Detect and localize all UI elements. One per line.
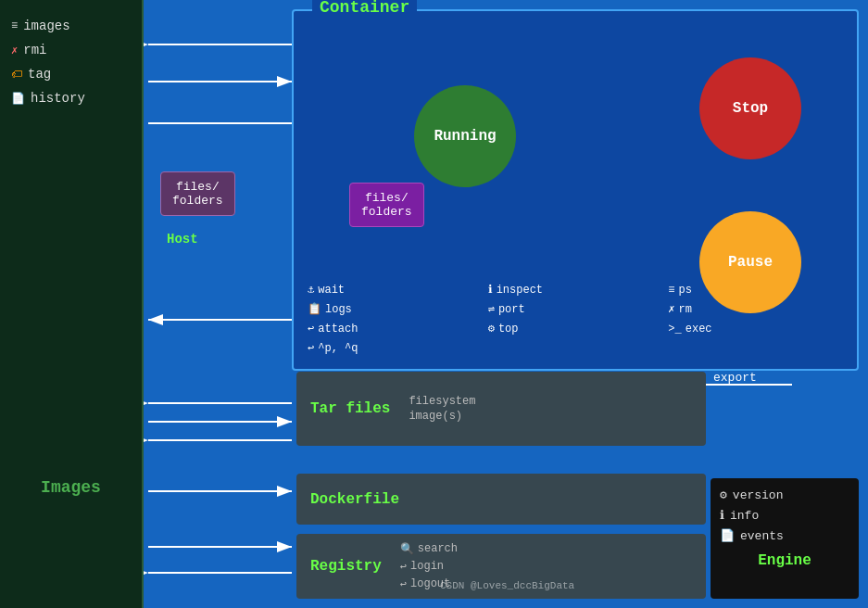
dockerfile-section: Dockerfile [296, 474, 706, 525]
files-folders-host: files/ folders [160, 171, 235, 216]
dockerfile-title: Dockerfile [310, 491, 399, 508]
info-item: ℹ info [720, 508, 849, 523]
container-title: Container [312, 0, 417, 17]
events-item: 📄 events [720, 528, 849, 543]
exec-cmd: >_ exec [668, 322, 843, 336]
container-section: Container Running Stop Pause files/ fold… [292, 9, 859, 371]
sidebar-item-tag[interactable]: 🏷 tag [11, 67, 131, 82]
attach-icon: ↩ [308, 322, 314, 336]
commands-area: ⚓ wait ℹ inspect ≡ ps 📋 logs ⇌ port [308, 283, 843, 355]
list-icon2: ≡ [668, 284, 674, 297]
ps-cmd: ≡ ps [668, 283, 843, 297]
sidebar-item-tag-label: tag [28, 67, 51, 82]
exec-icon: >_ [668, 323, 681, 336]
sidebar-item-images-label: images [23, 19, 69, 33]
info-circle-icon: ℹ [720, 508, 724, 523]
engine-box: ⚙ version ℹ info 📄 events Engine [711, 478, 859, 599]
svg-text:export: export [713, 371, 757, 385]
login-icon: ↩ [400, 560, 407, 574]
search-icon: 🔍 [400, 542, 414, 556]
tar-files-title: Tar files [310, 400, 390, 417]
version-item: ⚙ version [720, 488, 849, 502]
attach-cmd: ↩ attach [308, 322, 483, 336]
login-cmd: ↩ login [400, 560, 458, 574]
registry-title: Registry [310, 558, 382, 575]
sidebar-item-history[interactable]: 📄 history [11, 91, 131, 106]
rm-icon: ✗ [668, 302, 674, 316]
sidebar-item-rmi-label: rmi [23, 43, 46, 57]
main-container: ≡ images ✗ rmi 🏷 tag 📄 history Images [0, 0, 868, 608]
tag-icon: 🏷 [11, 68, 22, 82]
caret-icon: ↩ [308, 341, 314, 355]
port-cmd: ⇌ port [488, 302, 663, 316]
caret-pq-cmd: ↩ ^p, ^q [308, 341, 483, 355]
sidebar: ≡ images ✗ rmi 🏷 tag 📄 history Images [0, 0, 144, 608]
logs-cmd: 📋 logs [308, 302, 483, 316]
top-icon: ⚙ [488, 322, 495, 336]
x-icon: ✗ [11, 44, 18, 57]
list-icon: ≡ [11, 19, 18, 32]
watermark: CSDN @Loves_dccBigData [440, 580, 574, 591]
logout-icon: ↩ [400, 577, 407, 591]
sidebar-item-images[interactable]: ≡ images [11, 19, 131, 33]
sidebar-items: ≡ images ✗ rmi 🏷 tag 📄 history [11, 19, 131, 106]
logs-icon: 📋 [308, 302, 321, 316]
wait-cmd: ⚓ wait [308, 283, 483, 297]
gear-icon: ⚙ [720, 488, 727, 502]
document-icon: 📄 [11, 92, 25, 106]
files-folders-container: files/ folders [349, 183, 424, 227]
engine-title: Engine [720, 552, 849, 569]
tar-files-section: Tar files filesystem image(s) [296, 372, 706, 446]
top-cmd: ⚙ top [488, 322, 663, 336]
anchor-icon: ⚓ [308, 283, 314, 297]
info-icon: ℹ [488, 283, 493, 297]
sidebar-item-history-label: history [31, 91, 85, 106]
port-icon: ⇌ [488, 302, 495, 316]
events-icon: 📄 [720, 528, 735, 543]
rm-cmd: ✗ rm [668, 302, 843, 316]
sidebar-item-rmi[interactable]: ✗ rmi [11, 43, 131, 57]
tar-files-items: filesystem image(s) [409, 395, 475, 423]
running-state: Running [414, 85, 516, 187]
content-area: commit create run start kill, stop unpau… [144, 0, 868, 608]
inspect-cmd: ℹ inspect [488, 283, 663, 297]
stop-state: Stop [699, 57, 801, 159]
search-cmd: 🔍 search [400, 542, 458, 556]
images-section-label: Images [41, 478, 101, 497]
host-label: Host [167, 232, 198, 247]
